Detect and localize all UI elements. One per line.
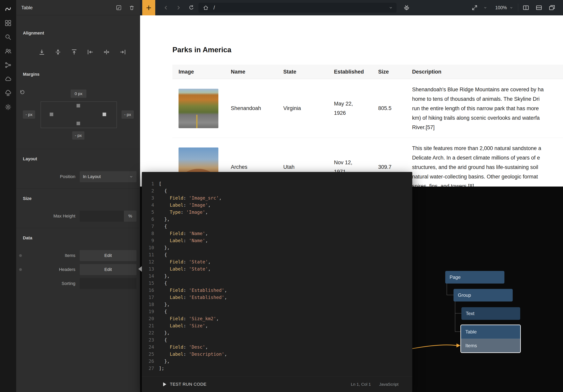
size-section-label: Size bbox=[23, 196, 32, 201]
max-height-input[interactable] bbox=[80, 211, 124, 222]
align-center-vertical-icon[interactable] bbox=[54, 49, 62, 56]
line-number: 9 bbox=[142, 237, 159, 244]
search-icon[interactable] bbox=[4, 33, 13, 41]
code-line[interactable]: 26 }, bbox=[142, 358, 412, 365]
node-group[interactable]: Group bbox=[454, 289, 513, 302]
code-line[interactable]: 8 Field: 'Name', bbox=[142, 230, 412, 237]
noodl-logo[interactable] bbox=[4, 5, 13, 13]
code-line[interactable]: 25 Label: 'Description', bbox=[142, 351, 412, 358]
sorting-input[interactable] bbox=[80, 278, 137, 289]
position-value: In Layout bbox=[83, 174, 101, 179]
chevron-down-icon bbox=[129, 175, 133, 179]
code-line[interactable]: 23 { bbox=[142, 336, 412, 343]
items-edit-button[interactable]: Edit bbox=[80, 250, 137, 261]
code-line[interactable]: 13 Label: 'State', bbox=[142, 266, 412, 273]
line-number: 21 bbox=[142, 322, 159, 329]
edit-component-icon[interactable] bbox=[115, 4, 122, 11]
alignment-toolbar bbox=[38, 49, 126, 56]
column-header-state: State bbox=[277, 65, 328, 79]
code-line[interactable]: 27]; bbox=[142, 365, 412, 372]
code-line[interactable]: 17 Label: 'Established', bbox=[142, 294, 412, 301]
margin-left-value[interactable]: - px bbox=[23, 110, 35, 119]
refresh-icon[interactable] bbox=[188, 4, 194, 11]
code-line[interactable]: 1[ bbox=[142, 180, 412, 187]
zoom-level[interactable]: 100% bbox=[491, 0, 512, 15]
align-top-icon[interactable] bbox=[71, 49, 78, 56]
code-line[interactable]: 4 Label: 'Image', bbox=[142, 202, 412, 209]
headers-connection-port[interactable] bbox=[19, 268, 22, 271]
code-line[interactable]: 15 { bbox=[142, 280, 412, 287]
code-line[interactable]: 9 Label: 'Name', bbox=[142, 237, 412, 244]
parks-table-body: ShenandoahVirginiaMay 22, 1926805.5Shena… bbox=[172, 79, 563, 187]
divider bbox=[16, 189, 140, 189]
node-page[interactable]: Page bbox=[445, 271, 504, 284]
components-icon[interactable] bbox=[4, 19, 13, 27]
viewport-chevron-icon[interactable] bbox=[483, 6, 487, 10]
margin-top-value[interactable]: 0 px bbox=[71, 89, 86, 98]
nav-forward-icon[interactable] bbox=[176, 5, 181, 11]
collaboration-icon[interactable] bbox=[4, 47, 13, 55]
route-dropdown-chevron-icon[interactable] bbox=[389, 6, 393, 10]
margin-handle-left[interactable] bbox=[50, 113, 53, 116]
preview-toolbar: + / 100% bbox=[140, 0, 563, 15]
headers-edit-button[interactable]: Edit bbox=[80, 264, 137, 275]
margin-bottom-value[interactable]: - px bbox=[72, 131, 84, 139]
code-line[interactable]: 10 }, bbox=[142, 244, 412, 251]
code-line[interactable]: 20 Field: 'Size_km2', bbox=[142, 315, 412, 322]
code-line[interactable]: 22 }, bbox=[142, 329, 412, 336]
code-line[interactable]: 7 { bbox=[142, 223, 412, 230]
code-line[interactable]: 12 Field: 'State', bbox=[142, 258, 412, 266]
settings-icon[interactable] bbox=[4, 103, 13, 111]
margin-handle-top[interactable] bbox=[77, 104, 80, 107]
code-line[interactable]: 2 { bbox=[142, 187, 412, 194]
node-text[interactable]: Text bbox=[461, 307, 520, 320]
code-lines[interactable]: 1[2 {3 Field: 'Image_src',4 Label: 'Imag… bbox=[142, 172, 412, 376]
code-line[interactable]: 5 Type: 'Image', bbox=[142, 209, 412, 216]
debug-bug-icon[interactable] bbox=[403, 4, 410, 11]
add-node-button[interactable]: + bbox=[142, 0, 155, 15]
margin-handle-right[interactable] bbox=[102, 113, 106, 116]
margin-handle-bottom[interactable] bbox=[77, 122, 80, 125]
node-table[interactable]: Table bbox=[461, 325, 520, 339]
position-select[interactable]: In Layout bbox=[80, 171, 137, 182]
home-icon[interactable] bbox=[203, 5, 209, 11]
align-bottom-icon[interactable] bbox=[38, 49, 45, 56]
test-run-code-button[interactable]: TEST RUN CODE bbox=[163, 382, 206, 387]
zoom-chevron-icon[interactable] bbox=[509, 6, 513, 10]
column-header-description: Description bbox=[406, 65, 563, 79]
description-line: home to tens of thousands of animals. Th… bbox=[412, 94, 539, 104]
language-mode: JavaScript bbox=[379, 382, 398, 387]
delete-icon[interactable] bbox=[129, 4, 135, 11]
code-line[interactable]: 19 { bbox=[142, 308, 412, 315]
url-bar[interactable]: / bbox=[198, 3, 397, 13]
layout-section-label: Layout bbox=[23, 156, 37, 162]
node-tree-icon[interactable] bbox=[4, 61, 13, 69]
code-line[interactable]: 11 { bbox=[142, 251, 412, 258]
layout-windows-icon[interactable] bbox=[548, 4, 555, 11]
layout-split-vertical-icon[interactable] bbox=[522, 4, 529, 11]
align-center-horizontal-icon[interactable] bbox=[103, 49, 110, 56]
code-line[interactable]: 3 Field: 'Image_src', bbox=[142, 194, 412, 202]
layout-split-horizontal-icon[interactable] bbox=[535, 4, 542, 11]
code-line[interactable]: 16 Field: 'Established', bbox=[142, 287, 412, 294]
code-line[interactable]: 21 Label: 'Size', bbox=[142, 322, 412, 329]
node-table-selected[interactable]: Table Items bbox=[461, 325, 521, 353]
cloud-functions-icon[interactable] bbox=[4, 89, 13, 97]
cloud-services-icon[interactable] bbox=[4, 75, 13, 83]
code-line[interactable]: 14 }, bbox=[142, 273, 412, 280]
code-line[interactable]: 18 }, bbox=[142, 301, 412, 308]
align-right-icon[interactable] bbox=[119, 49, 126, 56]
margin-right-value[interactable]: - px bbox=[122, 110, 134, 119]
parks-table-header: ImageNameStateEstablishedSizeDescription bbox=[172, 65, 563, 79]
items-label: Items bbox=[23, 250, 75, 261]
max-height-unit[interactable]: % bbox=[124, 211, 137, 222]
code-line[interactable]: 6 }, bbox=[142, 216, 412, 223]
node-table-items-port[interactable]: Items bbox=[461, 339, 520, 352]
nav-back-icon[interactable] bbox=[163, 5, 169, 11]
items-connection-port[interactable] bbox=[19, 254, 22, 257]
line-number: 17 bbox=[142, 294, 159, 301]
viewport-size-icon[interactable] bbox=[471, 4, 478, 11]
reset-margins-icon[interactable] bbox=[19, 89, 25, 95]
align-left-icon[interactable] bbox=[87, 49, 94, 56]
code-line[interactable]: 24 Field: 'Desc', bbox=[142, 343, 412, 351]
